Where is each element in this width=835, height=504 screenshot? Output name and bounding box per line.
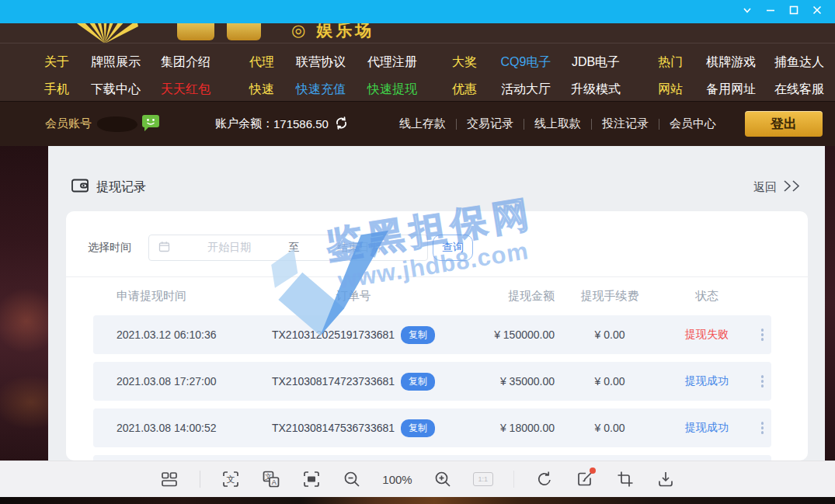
row-time: 2021.03.12 06:10:36 [93,328,272,341]
download-icon[interactable] [656,469,676,489]
background-image-right [825,146,835,461]
link-online-deposit[interactable]: 线上存款 [399,116,446,131]
balance-label: 账户余额： [215,116,273,131]
edit-icon[interactable] [575,469,595,489]
nav-jackpot[interactable]: 大奖 [452,54,477,71]
chat-bubble-icon[interactable] [142,115,159,134]
divider [200,471,200,488]
fit-screen-icon[interactable] [301,469,322,489]
nav-quick[interactable]: 快速 [249,82,274,98]
logout-button[interactable]: 登出 [745,111,823,137]
nav-cq9[interactable]: CQ9电子 [501,54,551,71]
divider [591,119,592,130]
link-transaction-records[interactable]: 交易记录 [467,116,513,131]
end-date-input[interactable]: 结束日期 [300,241,419,255]
crop-icon[interactable] [615,469,635,489]
chevron-down-icon [742,5,753,19]
filter-label: 选择时间 [88,241,131,255]
app-window: ◎ 娱乐场 关于 牌照展示 集团介绍 代理 联营协议 代理注册 大奖 CQ9电子… [0,0,835,504]
minimize-icon [765,5,776,19]
nav-jdb[interactable]: JDB电子 [572,54,620,71]
row-menu-button[interactable] [753,375,771,388]
row-fee: ¥ 0.00 [559,375,660,388]
nav-download[interactable]: 下载中心 [91,82,141,98]
row-order-number: TX210308174723733681 [272,375,395,388]
refresh-balance-icon[interactable] [335,116,348,132]
link-bet-records[interactable]: 投注记录 [602,116,649,131]
nav-website[interactable]: 网站 [658,82,683,98]
logo-glyph [177,23,214,40]
zoom-level-value[interactable]: 100% [382,473,412,486]
ocr-extract-text-icon[interactable]: 文 [221,469,241,489]
row-fee: ¥ 0.00 [559,328,660,341]
row-menu-button[interactable] [753,328,771,341]
balance-value: 171586.50 [273,117,329,130]
link-online-withdraw[interactable]: 线上取款 [534,116,581,131]
image-viewer-toolbar: 文 文A 100% 1:1 [0,461,835,497]
page-content: 提现记录 返回 选择时间 开始日期 至 [0,146,835,461]
back-link[interactable]: 返回 [753,180,802,195]
row-order-number: TX210308147536733681 [272,422,395,434]
background-image-left [0,146,48,461]
col-header-time: 申请提现时间 [93,289,272,304]
link-member-center[interactable]: 会员中心 [670,116,716,131]
divider [659,119,659,130]
close-button[interactable] [805,0,829,23]
calendar-icon [158,241,170,255]
nav-quick-deposit[interactable]: 快速充值 [296,82,346,98]
zoom-in-icon[interactable] [433,469,453,489]
withdrawal-records-card: 选择时间 开始日期 至 结束日期 查询 申请提现时间 订单号 提 [66,211,808,461]
copy-button[interactable]: 复制 [401,373,435,391]
svg-text:文: 文 [227,474,235,484]
nav-fishing[interactable]: 捕鱼达人 [774,54,824,71]
nav-promo[interactable]: 优惠 [452,82,477,98]
nav-online-service[interactable]: 在线客服 [774,82,824,98]
minimize-button[interactable] [759,0,782,23]
nav-red-packet[interactable]: 天天红包 [161,82,210,98]
nav-agent[interactable]: 代理 [249,54,274,71]
nav-board-games[interactable]: 棋牌游戏 [706,54,756,71]
status-badge: 提现失败 [660,328,753,342]
page-title: 提现记录 [96,179,146,196]
start-date-input[interactable]: 开始日期 [170,241,289,255]
site-header: ◎ 娱乐场 关于 牌照展示 集团介绍 代理 联营协议 代理注册 大奖 CQ9电子… [0,23,835,101]
row-time: 2021.03.08 14:00:52 [93,422,272,434]
double-chevron-right-icon [783,180,802,194]
actual-size-1-1-icon[interactable]: 1:1 [473,472,493,486]
translate-icon[interactable]: 文A [261,469,281,489]
nav-agent-register[interactable]: 代理注册 [367,54,417,71]
row-order-number: TX210312025191733681 [272,328,395,341]
brand-suffix-text: ◎ 娱乐场 [291,23,374,41]
table-row: 2021.03.08 17:27:00 TX210308174723733681… [93,362,771,401]
row-fee: ¥ 0.00 [559,422,660,434]
back-label: 返回 [753,180,777,195]
zoom-out-icon[interactable] [342,469,362,489]
date-filter-row: 选择时间 开始日期 至 结束日期 查询 [66,211,808,261]
nav-alliance[interactable]: 联营协议 [296,54,346,71]
nav-upgrade-mode[interactable]: 升级模式 [571,82,621,98]
date-to-label: 至 [289,241,300,255]
nav-about[interactable]: 关于 [44,54,69,71]
account-bar: 会员账号 账户余额： 171586.50 线上存款 交易记录 线上取款 投注记录… [0,101,835,146]
nav-group-intro[interactable]: 集团介绍 [161,54,210,71]
notification-dot [590,468,596,474]
window-menu-button[interactable] [736,0,759,23]
row-time: 2021.03.08 17:27:00 [93,375,272,388]
search-button[interactable]: 查询 [433,235,473,261]
copy-button[interactable]: 复制 [401,326,435,344]
close-icon [812,5,823,19]
gallery-mode-icon[interactable] [159,469,179,489]
main-navigation: 关于 牌照展示 集团介绍 代理 联营协议 代理注册 大奖 CQ9电子 JDB电子… [0,43,835,101]
maximize-button[interactable] [782,0,805,23]
row-menu-button[interactable] [753,422,771,434]
date-range-input[interactable]: 开始日期 至 结束日期 [148,235,428,261]
nav-license[interactable]: 牌照展示 [91,54,141,71]
nav-activity-hall[interactable]: 活动大厅 [501,82,551,98]
nav-quick-withdraw[interactable]: 快速提现 [367,82,417,98]
copy-button[interactable]: 复制 [401,419,435,437]
nav-backup-url[interactable]: 备用网址 [706,82,756,98]
rotate-icon[interactable] [534,469,555,489]
nav-hot[interactable]: 热门 [658,54,683,71]
table-row-partial [93,455,771,461]
nav-mobile[interactable]: 手机 [44,82,69,98]
